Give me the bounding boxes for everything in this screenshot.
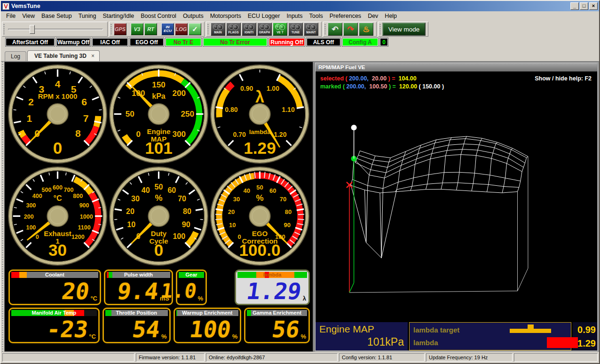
svg-text:10: 10 bbox=[127, 220, 135, 229]
page-icon-ve-t[interactable]: VE T bbox=[273, 23, 287, 36]
undo-arrow-button[interactable]: ↶ bbox=[328, 23, 342, 36]
svg-text:Engine: Engine bbox=[147, 127, 170, 135]
history-slider[interactable] bbox=[6, 24, 105, 34]
svg-text:%: % bbox=[155, 193, 162, 203]
toolbar-button-v3[interactable]: V3 bbox=[131, 23, 143, 35]
svg-text:100: 100 bbox=[26, 224, 36, 231]
undo-arrow: ↶ bbox=[332, 24, 338, 34]
redo-arrow-button[interactable]: ↷ bbox=[343, 23, 358, 36]
svg-text:Exhaust: Exhaust bbox=[44, 229, 71, 237]
lambda-target-label: lambda target bbox=[413, 326, 474, 334]
maximize-button[interactable]: □ bbox=[580, 2, 588, 10]
statusbar-segment-1 bbox=[2, 353, 134, 362]
display-unit: °C bbox=[89, 332, 96, 341]
gauge-panel: 012345678RPM x 10000050100150200250300kP… bbox=[4, 62, 313, 352]
svg-text:2: 2 bbox=[28, 96, 34, 107]
ve-help-text: Show / hide help: F2 bbox=[535, 75, 592, 82]
page-icon-main[interactable]: MAIN bbox=[211, 23, 225, 36]
svg-text:90: 90 bbox=[284, 222, 291, 229]
display-value-row: -23°C bbox=[11, 316, 97, 341]
menu-item-starting-idle[interactable]: Starting/Idle bbox=[99, 12, 137, 20]
svg-text:80: 80 bbox=[183, 207, 191, 215]
titlebar[interactable]: V VemsTune _ □ × bbox=[1, 1, 599, 11]
toolbar: GPSV3RTINECULOG✓ MAINFLAGSIGNITIGRAPHVE … bbox=[1, 21, 599, 37]
page-icon-maint[interactable]: MAINT bbox=[304, 23, 318, 36]
toolbar-button-in-ecu[interactable]: INECU bbox=[161, 23, 174, 35]
close-button[interactable]: × bbox=[589, 2, 598, 10]
svg-text:30: 30 bbox=[131, 194, 140, 203]
ve-cell-readouts: selected ( 200.00, 20.00 ) = 104.00marke… bbox=[320, 75, 444, 91]
svg-text:70: 70 bbox=[178, 194, 186, 203]
status-chip-no-tr-error: No Tr Error bbox=[203, 38, 267, 46]
svg-text:RPM x 1000: RPM x 1000 bbox=[38, 92, 78, 100]
toolbar-page-group: MAINFLAGSIGNITIGRAPHVE TTUNEMAINT bbox=[206, 22, 322, 37]
svg-text:1.20: 1.20 bbox=[274, 131, 287, 138]
tab-ve-table-tuning-3d[interactable]: VE Table Tuning 3D × bbox=[27, 50, 100, 61]
svg-text:500: 500 bbox=[42, 187, 52, 193]
menu-item-ecu-logger[interactable]: ECU Logger bbox=[245, 12, 284, 20]
menu-item-inputs[interactable]: Inputs bbox=[283, 12, 306, 20]
menu-item-tools[interactable]: Tools bbox=[306, 12, 326, 20]
page-icon-tune[interactable]: TUNE bbox=[288, 23, 303, 36]
view-mode-button[interactable]: View mode bbox=[382, 23, 426, 36]
status-indicator-row: AfterStart OffWarmup OffIAC OffEGO OffNo… bbox=[1, 37, 599, 47]
page-icon-flags[interactable]: FLAGS bbox=[226, 23, 241, 36]
gauge-value: 0 bbox=[154, 241, 164, 259]
display-value: 56 bbox=[270, 317, 301, 341]
ve-surface-wireframe[interactable] bbox=[316, 71, 597, 321]
lambda-target-value: 0.99 bbox=[577, 324, 596, 336]
display-label: Pulse width bbox=[107, 272, 170, 278]
gauge-lambda: 0.700.800.901.001.101.20λlambda1.29 bbox=[209, 63, 310, 165]
page-icon-graph[interactable]: GRAPH bbox=[257, 23, 272, 36]
engine-map-value: 101kPa bbox=[367, 336, 404, 348]
redo-arrow: ↷ bbox=[347, 24, 354, 34]
menu-item-file[interactable]: File bbox=[3, 12, 19, 20]
window-title: VemsTune bbox=[11, 3, 569, 9]
display-manifold-air-temp: Manifold Air Temp-23°C bbox=[8, 308, 100, 343]
svg-text:10: 10 bbox=[229, 222, 236, 229]
toolbar-button-log[interactable]: LOG bbox=[175, 23, 188, 35]
menu-item-preferences[interactable]: Preferences bbox=[326, 12, 364, 20]
engine-map-readout: Engine MAP 101kPa bbox=[316, 322, 408, 350]
slider-thumb[interactable] bbox=[30, 25, 35, 34]
burn-flame-button[interactable]: ♨ bbox=[359, 23, 373, 36]
display-header: Coolant bbox=[11, 272, 98, 278]
page-icon-label: IGNITI bbox=[245, 31, 253, 34]
slider-track bbox=[8, 29, 103, 30]
gauge-cluster-icon bbox=[260, 24, 270, 30]
toolbar-button-gps[interactable]: GPS bbox=[114, 23, 126, 35]
toolbar-button-[interactable]: ✓ bbox=[189, 23, 201, 35]
gauge-cluster-icon bbox=[213, 24, 223, 30]
statusbar-segment-2: Firmware version: 1.1.81 bbox=[136, 353, 205, 362]
menu-item-view[interactable]: View bbox=[19, 12, 38, 20]
menu-item-boost-control[interactable]: Boost Control bbox=[137, 12, 180, 20]
page-icon-igniti[interactable]: IGNITI bbox=[242, 23, 256, 36]
svg-text:250: 250 bbox=[181, 110, 195, 119]
menu-item-base-setup[interactable]: Base Setup bbox=[38, 12, 75, 20]
lambda-label: lambda bbox=[413, 339, 474, 347]
svg-text:20: 20 bbox=[228, 208, 235, 215]
minimize-button[interactable]: _ bbox=[570, 2, 579, 10]
display-unit: °C bbox=[90, 294, 97, 303]
ve-readout-line-1: selected ( 200.00, 20.00 ) = 104.00 bbox=[320, 75, 444, 82]
app-icon: V bbox=[2, 3, 9, 10]
svg-text:1: 1 bbox=[27, 113, 32, 124]
display-value-row: 20°C bbox=[11, 278, 98, 303]
display-lambda: lambda1.29λ bbox=[235, 269, 310, 305]
svg-text:200: 200 bbox=[24, 214, 34, 220]
tab-log[interactable]: Log bbox=[5, 51, 26, 61]
menu-item-outputs[interactable]: Outputs bbox=[180, 12, 207, 20]
ve-3d-canvas[interactable]: selected ( 200.00, 20.00 ) = 104.00marke… bbox=[316, 71, 597, 321]
menu-item-tuning[interactable]: Tuning bbox=[75, 12, 100, 20]
lambda-marker bbox=[547, 337, 578, 348]
menu-item-dev[interactable]: Dev bbox=[364, 12, 381, 20]
panel-grip[interactable] bbox=[1, 62, 4, 352]
page-icon-label: MAIN bbox=[214, 31, 222, 34]
statusbar: Firmware version: 1.1.81Online: édyoifdk… bbox=[1, 352, 599, 363]
tab-close-icon[interactable]: × bbox=[91, 53, 95, 59]
menu-item-motorsports[interactable]: Motorsports bbox=[207, 12, 245, 20]
menu-item-help[interactable]: Help bbox=[381, 12, 400, 20]
statusbar-segment-5: Update Frequency: 19 Hz bbox=[426, 353, 513, 362]
main-content: 012345678RPM x 10000050100150200250300kP… bbox=[1, 61, 599, 352]
toolbar-button-rt[interactable]: RT bbox=[144, 23, 157, 35]
